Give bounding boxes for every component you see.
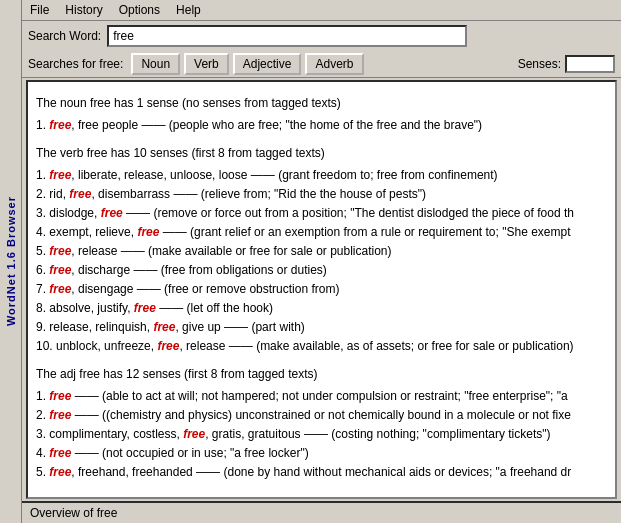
tab-noun[interactable]: Noun xyxy=(131,53,180,75)
statusbar-text: Overview of free xyxy=(30,506,117,520)
noun-header: The noun free has 1 sense (no senses fro… xyxy=(36,94,607,112)
adj-sense-5: 5. free, freehand, freehanded —— (done b… xyxy=(36,463,607,481)
adj-sense-2: 2. free —— ((chemistry and physics) unco… xyxy=(36,406,607,424)
menu-file[interactable]: File xyxy=(26,2,53,18)
tab-adjective[interactable]: Adjective xyxy=(233,53,302,75)
tabs-row: Searches for free: Noun Verb Adjective A… xyxy=(22,51,621,78)
adj-sense-1: 1. free —— (able to act at will; not ham… xyxy=(36,387,607,405)
senses-label: Senses: xyxy=(518,57,561,71)
search-input[interactable] xyxy=(107,25,467,47)
statusbar: Overview of free xyxy=(22,501,621,523)
noun-sense-1: 1. free, free people —— (people who are … xyxy=(36,116,607,134)
sidebar: WordNet 1.6 Browser xyxy=(0,0,22,523)
verb-sense-7: 7. free, disengage —— (free or remove ob… xyxy=(36,280,607,298)
menu-help[interactable]: Help xyxy=(172,2,205,18)
senses-input[interactable] xyxy=(565,55,615,73)
tab-adverb[interactable]: Adverb xyxy=(305,53,363,75)
verb-sense-1: 1. free, liberate, release, unloose, loo… xyxy=(36,166,607,184)
main-window: File History Options Help Search Word: S… xyxy=(22,0,621,523)
menubar: File History Options Help xyxy=(22,0,621,21)
verb-sense-5: 5. free, release —— (make available or f… xyxy=(36,242,607,260)
verb-sense-2: 2. rid, free, disembarrass —— (relieve f… xyxy=(36,185,607,203)
adj-header: The adj free has 12 senses (first 8 from… xyxy=(36,365,607,383)
tabs-label: Searches for free: xyxy=(28,57,123,71)
content-area[interactable]: The noun free has 1 sense (no senses fro… xyxy=(26,80,617,499)
verb-sense-6: 6. free, discharge —— (free from obligat… xyxy=(36,261,607,279)
verb-sense-9: 9. release, relinquish, free, give up ——… xyxy=(36,318,607,336)
menu-history[interactable]: History xyxy=(61,2,106,18)
verb-sense-4: 4. exempt, relieve, free —— (grant relie… xyxy=(36,223,607,241)
search-row: Search Word: xyxy=(22,21,621,51)
adj-sense-3: 3. complimentary, costless, free, gratis… xyxy=(36,425,607,443)
verb-sense-3: 3. dislodge, free —— (remove or force ou… xyxy=(36,204,607,222)
verb-sense-10: 10. unblock, unfreeze, free, release —— … xyxy=(36,337,607,355)
verb-sense-8: 8. absolve, justify, free —— (let off th… xyxy=(36,299,607,317)
verb-header: The verb free has 10 senses (first 8 fro… xyxy=(36,144,607,162)
sidebar-label: WordNet 1.6 Browser xyxy=(5,196,17,326)
menu-options[interactable]: Options xyxy=(115,2,164,18)
adj-sense-4: 4. free —— (not occupied or in use; "a f… xyxy=(36,444,607,462)
tab-verb[interactable]: Verb xyxy=(184,53,229,75)
search-label: Search Word: xyxy=(28,29,101,43)
